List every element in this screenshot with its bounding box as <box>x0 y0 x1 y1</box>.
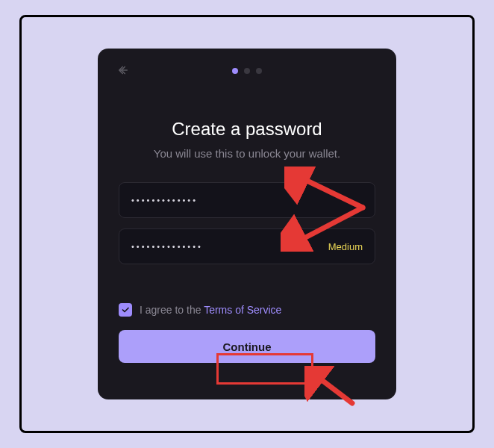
terms-text: I agree to the Terms of Service <box>140 304 281 316</box>
password-masked-value: ••••••••••••• <box>131 196 198 205</box>
check-icon <box>121 305 130 314</box>
page-subtitle: You will use this to unlock your wallet. <box>119 147 375 160</box>
create-password-modal: Create a password You will use this to u… <box>98 49 396 399</box>
back-arrow-icon[interactable] <box>116 63 131 80</box>
terms-checkbox[interactable] <box>119 303 132 317</box>
confirm-password-masked-value: •••••••••••••• <box>131 242 203 251</box>
progress-dot-2 <box>244 68 250 74</box>
terms-prefix: I agree to the <box>140 304 204 316</box>
password-input[interactable]: ••••••••••••• <box>119 182 375 218</box>
terms-row: I agree to the Terms of Service <box>119 303 375 317</box>
progress-dots <box>232 68 262 74</box>
modal-header <box>119 62 375 80</box>
progress-dot-3 <box>256 68 262 74</box>
page-title: Create a password <box>119 119 375 140</box>
tutorial-frame: Create a password You will use this to u… <box>19 15 475 433</box>
progress-dot-1 <box>232 68 238 74</box>
terms-link[interactable]: Terms of Service <box>204 304 281 316</box>
continue-button[interactable]: Continue <box>119 330 375 363</box>
continue-button-label: Continue <box>223 340 272 353</box>
password-strength-label: Medium <box>328 241 363 252</box>
confirm-password-input[interactable]: •••••••••••••• Medium <box>119 228 375 264</box>
